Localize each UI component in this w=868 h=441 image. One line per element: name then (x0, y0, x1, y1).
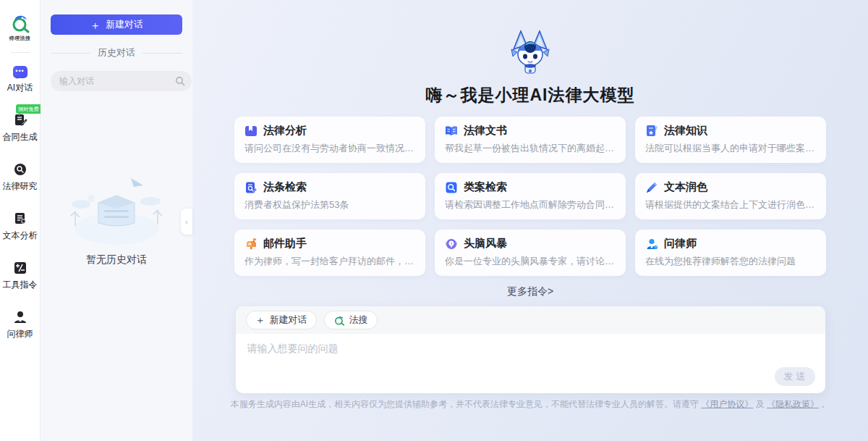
fasou-logo-icon (333, 314, 345, 326)
card-description: 请问公司在没有与劳动者协商一致情况下变更... (244, 142, 415, 155)
sidebar-item-ai-chat[interactable]: ••• AI对话 (7, 66, 33, 94)
rail-divider (11, 52, 30, 53)
logo-text: 得理法搜 (9, 35, 31, 42)
composer-new-chat-label: 新建对话 (270, 314, 307, 327)
footer-disclaimer: 本服务生成内容由AI生成，相关内容仅为您提供辅助参考，并不代表法律专业意见，不能… (231, 398, 830, 411)
page-title: 嗨～我是小理AI法律大模型 (426, 84, 635, 106)
new-chat-button[interactable]: ＋ 新建对话 (51, 14, 182, 35)
card-description: 法院可以根据当事人的申请对于哪些案件可以... (645, 142, 816, 155)
composer: ＋ 新建对话 法搜 发送 (236, 306, 825, 393)
lawyer-person-icon (13, 310, 27, 324)
hero: 嗨～我是小理AI法律大模型 (426, 29, 635, 106)
sidebar-item-label: AI对话 (7, 82, 33, 94)
sidebar-item-label: 工具指令 (3, 279, 38, 291)
fasou-label: 法搜 (349, 314, 368, 327)
history-empty-state: 暂无历史对话 (62, 177, 171, 266)
card-statute-search[interactable]: 法条检索 消费者权益保护法第53条 (234, 173, 425, 219)
new-chat-label: 新建对话 (106, 18, 143, 31)
card-title: 邮件助手 (263, 237, 307, 251)
card-title: 问律师 (664, 237, 697, 251)
prompt-card-grid: 法律分析 请问公司在没有与劳动者协商一致情况下变更... 法律文书 (234, 117, 826, 276)
card-title: 法律知识 (664, 124, 707, 138)
history-panel: ＋ 新建对话 历史对话 (41, 0, 192, 441)
more-commands-link[interactable]: 更多指令> (507, 285, 553, 298)
document-lines-icon (13, 211, 27, 226)
app-window: 得理法搜 ••• AI对话 限时免费 合同生成 法律研究 (0, 0, 868, 441)
card-title: 法律分析 (263, 124, 307, 138)
sidebar-item-text-analysis[interactable]: 文本分析 (3, 211, 38, 242)
card-mail-helper[interactable]: 邮件助手 作为律师，写一封给客户拜访的邮件，邮件内... (234, 230, 425, 276)
composer-toolbar: ＋ 新建对话 法搜 (236, 306, 825, 334)
brainstorm-icon (445, 238, 458, 251)
sidebar-item-label: 文本分析 (3, 230, 38, 242)
text-polish-icon (645, 181, 658, 194)
card-ask-lawyer[interactable]: ? 问律师 在线为您推荐律师解答您的法律问题 (635, 230, 826, 276)
mail-helper-icon (244, 238, 258, 251)
chevron-left-icon: ‹ (185, 218, 187, 226)
sidebar-item-label: 问律师 (7, 328, 33, 340)
card-text-polish[interactable]: 文本润色 请根据提供的文案结合上下文进行润色：春天... (635, 173, 826, 219)
card-law-analysis[interactable]: 法律分析 请问公司在没有与劳动者协商一致情况下变更... (234, 117, 425, 163)
research-magnifier-icon (13, 162, 27, 177)
statute-search-icon (244, 181, 258, 194)
disclaimer-text: 本服务生成内容由AI生成，相关内容仅为您提供辅助参考，并不代表法律专业意见，不能… (231, 399, 699, 409)
panel-collapse-handle[interactable]: ‹ (181, 209, 192, 235)
fasou-button[interactable]: 法搜 (324, 311, 378, 329)
empty-history-text: 暂无历史对话 (86, 253, 147, 266)
card-description: 请根据提供的文案结合上下文进行润色：春天... (645, 198, 816, 211)
history-section-header: 历史对话 (51, 46, 182, 59)
empty-box-illustration (62, 177, 171, 246)
card-description: 消费者权益保护法第53条 (244, 198, 415, 211)
legal-knowledge-icon (645, 125, 658, 138)
plus-icon: ＋ (255, 315, 265, 325)
user-agreement-link[interactable]: 《用户协议》 (701, 399, 753, 409)
card-description: 作为律师，写一封给客户拜访的邮件，邮件内... (244, 255, 415, 268)
main-area: 嗨～我是小理AI法律大模型 法律分析 请问公司在没有与劳动者协商一致情况下变更.… (192, 0, 868, 441)
legal-document-icon (445, 125, 458, 138)
privacy-policy-link[interactable]: 《隐私政策》 (767, 399, 819, 409)
sidebar-item-label: 合同生成 (3, 131, 38, 143)
conjunction-text: 及 (756, 399, 765, 409)
sidebar-item-contract-generate[interactable]: 限时免费 合同生成 (3, 113, 38, 143)
chat-bubble-icon: ••• (13, 66, 27, 78)
card-title: 头脑风暴 (464, 237, 507, 251)
plus-icon: ＋ (90, 20, 101, 30)
app-logo[interactable]: 得理法搜 (9, 13, 31, 42)
composer-new-chat-button[interactable]: ＋ 新建对话 (246, 311, 317, 329)
card-title: 法条检索 (263, 180, 307, 194)
card-legal-document[interactable]: 法律文书 帮我起草一份被告出轨情况下的离婚起诉书 (435, 117, 626, 163)
history-search-input[interactable] (51, 71, 192, 91)
card-title: 类案检索 (464, 180, 507, 194)
icon-rail: 得理法搜 ••• AI对话 限时免费 合同生成 法律研究 (0, 0, 41, 441)
card-brainstorm[interactable]: 头脑风暴 你是一位专业的头脑风暴专家，请讨论如何利... (435, 230, 626, 276)
send-button[interactable]: 发送 (775, 367, 815, 386)
card-description: 帮我起草一份被告出轨情况下的离婚起诉书 (445, 142, 616, 155)
sidebar-item-ask-lawyer[interactable]: 问律师 (7, 310, 33, 340)
history-search-row (51, 71, 182, 91)
card-legal-knowledge[interactable]: 法律知识 法院可以根据当事人的申请对于哪些案件可以... (635, 117, 826, 163)
plus-slash-icon (13, 261, 27, 275)
card-title: 法律文书 (464, 124, 507, 138)
card-description: 请检索因调整工作地点而解除劳动合同的案例 (445, 198, 616, 211)
sidebar-item-tool-commands[interactable]: 工具指令 (3, 261, 38, 291)
search-icon (175, 76, 185, 86)
card-case-search[interactable]: 类案检索 请检索因调整工作地点而解除劳动合同的案例 (435, 173, 626, 219)
card-description: 在线为您推荐律师解答您的法律问题 (645, 255, 816, 268)
mascot-icon (507, 29, 553, 77)
history-section-title: 历史对话 (98, 46, 135, 59)
card-description: 你是一位专业的头脑风暴专家，请讨论如何利... (445, 255, 616, 268)
ask-lawyer-icon: ? (645, 238, 658, 251)
question-input[interactable] (236, 334, 825, 366)
sidebar-item-label: 法律研究 (3, 180, 38, 193)
law-analysis-icon (244, 125, 258, 138)
case-search-icon (445, 181, 458, 194)
logo-icon (10, 13, 30, 33)
sidebar-item-legal-research[interactable]: 法律研究 (3, 162, 38, 193)
limited-free-badge: 限时免费 (16, 104, 42, 114)
card-title: 文本润色 (664, 180, 707, 194)
period-text: 。 (821, 399, 830, 409)
